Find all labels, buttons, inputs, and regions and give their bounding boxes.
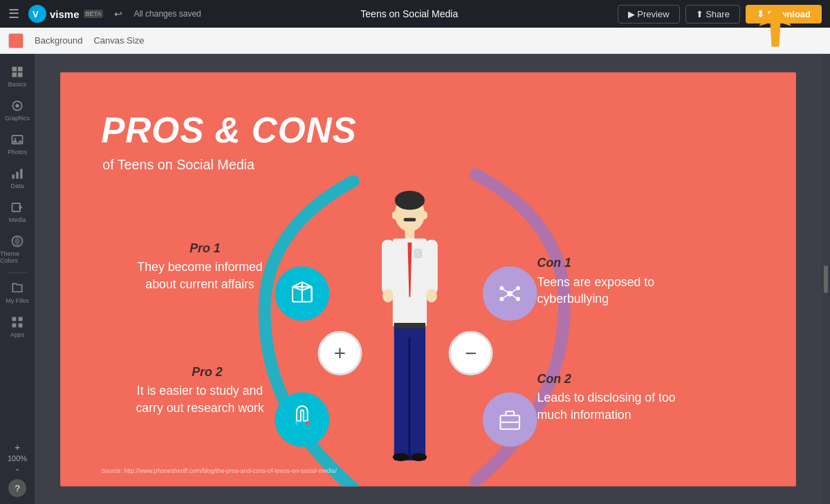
svg-rect-11 (16, 172, 18, 179)
con2-label: Con 2 (537, 371, 571, 386)
left-sidebar: Basics Graphics Photos Data Media Theme … (0, 54, 35, 504)
share-button[interactable]: ⬆ Share (685, 5, 740, 24)
svg-rect-13 (12, 203, 21, 212)
background-color-picker[interactable] (8, 33, 24, 48)
sidebar-divider (7, 272, 28, 273)
cube-icon (287, 279, 317, 308)
sidebar-item-my-files[interactable]: My Files (0, 276, 35, 310)
logo: V visme BETA (28, 4, 103, 24)
svg-rect-10 (12, 175, 15, 179)
pro1-text: They become informed about current affai… (129, 259, 272, 293)
con1-label: Con 1 (537, 256, 571, 270)
svg-rect-19 (19, 324, 23, 328)
scrollbar-thumb (824, 265, 828, 293)
svg-rect-56 (425, 239, 438, 294)
slide-subtitle: of Teens on Social Media (102, 157, 255, 173)
svg-rect-54 (394, 323, 425, 328)
beta-badge: BETA (84, 10, 104, 18)
document-title[interactable]: Teens on Social Media (210, 8, 609, 19)
svg-rect-16 (12, 317, 17, 321)
svg-rect-49 (414, 249, 421, 257)
svg-rect-4 (18, 67, 23, 72)
person-figure (379, 188, 441, 481)
svg-rect-51 (408, 337, 410, 460)
sidebar-item-data[interactable]: Data (0, 161, 35, 195)
sidebar-item-theme-colors[interactable]: Theme Colors (0, 229, 35, 270)
con2-text: Leads to disclosing of too much informat… (537, 389, 701, 424)
sidebar-item-graphics[interactable]: Graphics (0, 93, 35, 127)
slide: PROS & CONS of Teens on Social Media (60, 72, 796, 486)
network-icon (495, 279, 525, 308)
sidebar-item-photos[interactable]: Photos (0, 127, 35, 161)
logo-text: visme (50, 8, 80, 20)
svg-line-22 (302, 281, 312, 286)
svg-rect-43 (404, 218, 416, 221)
main-area: Basics Graphics Photos Data Media Theme … (0, 54, 830, 504)
download-label: Download (768, 9, 811, 19)
hamburger-icon[interactable]: ☰ (8, 6, 19, 21)
top-nav: ☰ V visme BETA ↩ All changes saved Teens… (0, 0, 830, 28)
svg-rect-3 (12, 67, 17, 72)
background-label[interactable]: Background (35, 35, 82, 46)
zoom-in-button[interactable]: + (15, 442, 20, 453)
minus-circle: − (449, 330, 493, 375)
con1-circle (483, 266, 537, 321)
svg-rect-5 (12, 73, 17, 77)
saved-status: All changes saved (133, 9, 201, 19)
pro1-circle (275, 266, 329, 321)
svg-rect-18 (12, 324, 17, 328)
pro2-label: Pro 2 (192, 365, 222, 380)
download-icon: ⬇ (757, 9, 764, 19)
plus-circle: + (317, 330, 362, 375)
nav-actions: ▶ Preview ⬆ Share ⬇ Download (618, 5, 822, 24)
plus-symbol: + (334, 343, 346, 364)
con1-text: Teens are exposed to cyberbullying (537, 274, 694, 308)
download-button[interactable]: ⬇ Download (746, 5, 822, 24)
svg-rect-12 (20, 169, 22, 178)
svg-point-9 (15, 138, 16, 140)
pro2-circle (275, 392, 329, 447)
slide-title: PROS & CONS (101, 109, 356, 150)
zoom-controls: + 100% - (8, 438, 27, 479)
svg-line-35 (501, 288, 510, 293)
svg-rect-17 (19, 317, 23, 321)
canvas-area[interactable]: PROS & CONS of Teens on Social Media (35, 54, 822, 504)
magnet-icon (287, 404, 317, 434)
sidebar-item-media[interactable]: Media (0, 195, 35, 229)
pro1-label: Pro 1 (190, 241, 220, 255)
pro2-text: It is easier to study and carry out rese… (129, 382, 272, 417)
right-scrollbar[interactable] (822, 54, 830, 504)
con2-circle (483, 392, 537, 447)
zoom-out-button[interactable]: - (16, 464, 19, 475)
svg-point-42 (395, 190, 425, 209)
undo-icon[interactable]: ↩ (114, 8, 122, 19)
svg-line-36 (510, 288, 518, 293)
svg-line-21 (293, 281, 302, 286)
preview-button[interactable]: ▶ Preview (618, 5, 680, 24)
canvas-size-label[interactable]: Canvas Size (93, 35, 144, 46)
svg-text:V: V (33, 9, 39, 19)
minus-symbol: − (465, 343, 477, 364)
help-button[interactable]: ? (8, 479, 26, 497)
briefcase-icon (495, 404, 525, 434)
visme-logo-icon: V (28, 4, 47, 24)
svg-rect-6 (18, 73, 23, 77)
source-text: Source: http://www.phonesheriff.com/blog… (101, 467, 337, 474)
toolbar: Background Canvas Size (0, 28, 830, 54)
svg-rect-55 (382, 239, 394, 294)
sidebar-item-basics[interactable]: Basics (0, 59, 35, 93)
sidebar-item-apps[interactable]: Apps (0, 310, 35, 344)
zoom-value: 100% (8, 454, 27, 463)
svg-rect-46 (405, 229, 415, 239)
